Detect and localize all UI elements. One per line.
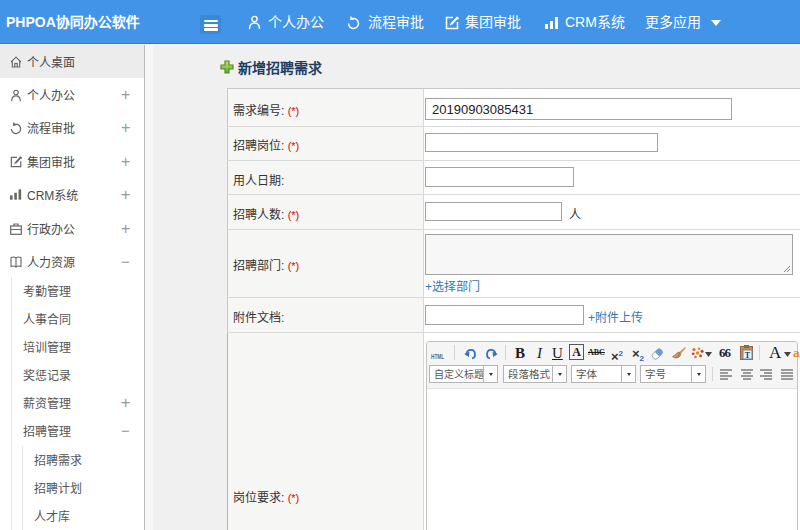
svg-text:T: T xyxy=(745,351,751,360)
